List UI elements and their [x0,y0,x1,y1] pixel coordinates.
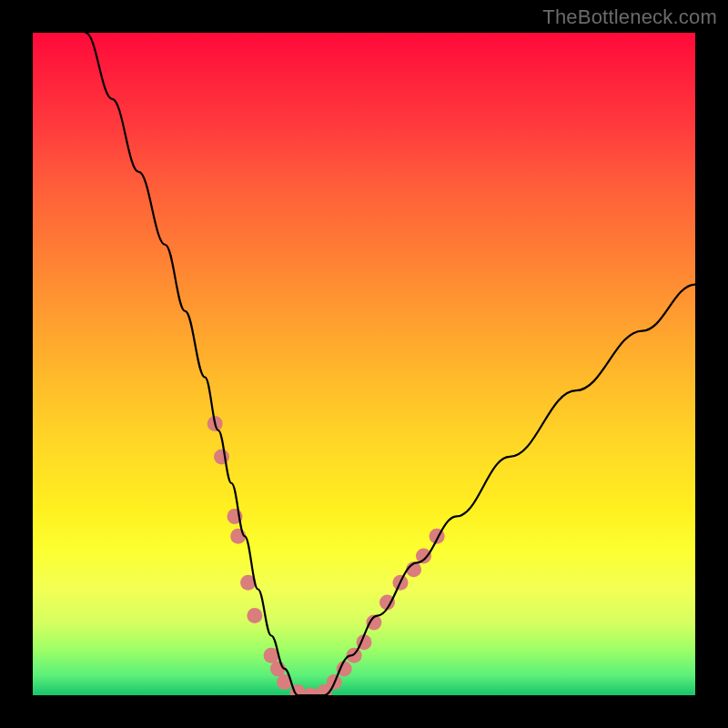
watermark-text: TheBottleneck.com [542,5,717,29]
curve-layer [33,33,695,695]
highlight-bead [247,608,262,623]
highlight-bead [416,549,431,564]
chart-frame: TheBottleneck.com [0,0,728,728]
plot-area [33,33,695,695]
highlight-bead [303,688,318,696]
highlight-bead [214,449,229,464]
highlight-beads-group [207,416,445,695]
